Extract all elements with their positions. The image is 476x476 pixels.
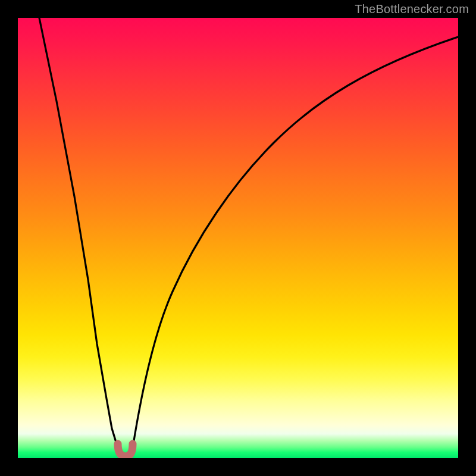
curve-layer — [18, 18, 458, 458]
chart-frame: TheBottlenecker.com — [0, 0, 476, 476]
watermark-text: TheBottlenecker.com — [355, 2, 469, 16]
bottleneck-curve-left — [39, 18, 118, 448]
bottleneck-curve-right — [133, 37, 458, 448]
plot-area — [18, 18, 458, 458]
dip-marker — [118, 444, 133, 456]
